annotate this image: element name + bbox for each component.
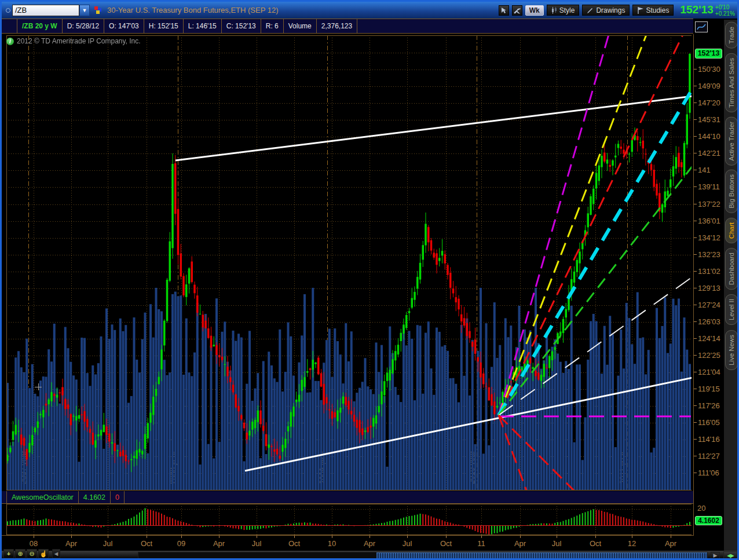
price-axis-label: 131'02 — [698, 267, 720, 276]
price-axis-label: 121'04 — [698, 368, 720, 376]
zoom-in-button[interactable]: ⊕ — [15, 549, 25, 558]
zoom-out-button[interactable]: ⊖ — [27, 549, 37, 558]
copyright-text: 2012 © TD Ameritrade IP Company, Inc. — [17, 37, 141, 45]
price-axis-label: 141 — [698, 166, 711, 174]
timeframe-wk-button[interactable]: Wk — [525, 5, 544, 16]
studies-button[interactable]: Studies — [632, 5, 674, 16]
time-axis-tick — [181, 536, 182, 538]
price-axis-label: 150'30 — [698, 65, 720, 74]
change-points: +0'10 — [715, 4, 735, 10]
price-axis-label: 137'22 — [698, 200, 720, 208]
hand-tool-button[interactable]: ☝ — [38, 549, 49, 558]
pointer-tool-button[interactable] — [499, 5, 509, 16]
side-tab-chart[interactable]: Chart — [725, 218, 738, 243]
flag-icon — [637, 7, 643, 14]
time-axis-tick — [557, 536, 557, 538]
time-axis-label: Oct — [586, 539, 605, 548]
time-axis-label: 12 — [622, 539, 642, 548]
oscillator-value-badge: 4.1602 — [695, 516, 722, 525]
price-axis[interactable]: 152'13 20 4.1602 150'30149'09147'20145'3… — [693, 34, 723, 536]
time-axis-tick — [71, 536, 72, 538]
side-tab-live-news[interactable]: Live News — [725, 330, 738, 370]
copyright-note: i 2012 © TD Ameritrade IP Company, Inc. — [6, 37, 141, 45]
main-chart-canvas[interactable] — [2, 34, 692, 491]
price-axis-label: 114'16 — [698, 435, 720, 444]
side-tab-level-ii[interactable]: Level II — [725, 294, 738, 325]
style-button[interactable]: Style — [547, 5, 580, 16]
data-cell: D: 5/28/12 — [62, 19, 104, 33]
price-axis-label: 127'24 — [698, 301, 720, 309]
change-percent: +0.21% — [715, 10, 735, 17]
expand-scrollbar-button[interactable]: ◀|▶ — [723, 551, 737, 560]
price-axis-label: 142'21 — [698, 149, 720, 158]
price-axis-label: 147'20 — [698, 98, 720, 107]
right-tab-strip: TradeTimes And SalesActive TraderBig But… — [724, 20, 739, 558]
oscillator-header-row: AwesomeOscillator 4.1602 0 — [2, 491, 693, 504]
data-cell: O: 147'03 — [104, 19, 144, 33]
scroll-right-button[interactable]: ▶ — [711, 552, 720, 559]
oscillator-axis-label: 20 — [697, 504, 705, 513]
chart-scale-settings-button[interactable] — [695, 21, 708, 32]
time-scrollbar-thumb[interactable] — [376, 552, 707, 559]
time-axis-tick — [257, 536, 257, 538]
scroll-left-button[interactable]: ◄ — [52, 549, 60, 558]
price-axis-label: 111'06 — [698, 469, 719, 477]
candlestick-icon — [551, 7, 557, 14]
time-axis-tick — [219, 536, 219, 538]
last-price: 152'13 — [680, 4, 713, 16]
symbol-link-ring-icon — [6, 8, 10, 13]
time-axis-label: 09 — [171, 539, 191, 548]
time-axis-tick — [332, 536, 332, 538]
symbol-box: ▼ — [12, 5, 90, 16]
symbol-timeframe-cell: /ZB 20 y W — [17, 19, 62, 33]
price-axis-label: 132'23 — [698, 250, 720, 259]
time-axis-label: Apr — [360, 539, 379, 548]
price-axis-label: 122'25 — [698, 351, 720, 360]
side-tab-dashboard[interactable]: Dashboard — [725, 248, 738, 290]
time-scrollbar-track[interactable] — [138, 552, 708, 559]
style-button-label: Style — [559, 6, 575, 14]
side-tab-trade[interactable]: Trade — [725, 22, 738, 49]
instrument-title: 30-Year U.S. Treasury Bond Futures,ETH (… — [107, 6, 279, 14]
price-axis-label: 144'10 — [698, 132, 720, 141]
side-tab-times-and-sales[interactable]: Times And Sales — [725, 53, 738, 112]
time-axis-label: Jul — [247, 539, 266, 548]
drawings-button-label: Drawings — [596, 6, 625, 14]
price-axis-label: 124'14 — [698, 334, 720, 343]
ohlc-data-row: /ZB 20 y W D: 5/28/12O: 147'03H: 152'15L… — [2, 19, 693, 34]
pan-mode-button[interactable]: + — [3, 549, 14, 558]
side-tab-active-trader[interactable]: Active Trader — [725, 117, 738, 166]
time-axis-label: Oct — [284, 539, 304, 548]
studies-button-label: Studies — [646, 6, 669, 14]
curve-icon — [697, 23, 706, 31]
data-cell: R: 6 — [261, 19, 283, 33]
time-axis-tick — [370, 536, 370, 538]
drawings-button[interactable]: Drawings — [582, 5, 630, 16]
oscillator-canvas[interactable] — [2, 504, 692, 535]
data-cell: L: 146'15 — [183, 19, 221, 33]
data-cell: H: 152'15 — [144, 19, 183, 33]
price-axis-label: 126'03 — [698, 317, 720, 326]
side-tab-big-buttons[interactable]: Big Buttons — [725, 170, 738, 213]
oscillator-name[interactable]: AwesomeOscillator — [6, 491, 78, 503]
time-axis-tick — [481, 536, 482, 538]
info-icon[interactable]: i — [6, 38, 14, 45]
time-axis-tick — [632, 536, 632, 538]
time-axis-label: Jul — [98, 539, 118, 548]
time-axis-tick — [520, 536, 521, 538]
oscillator-zero-value: 0 — [110, 491, 125, 503]
time-axis-tick — [34, 536, 34, 538]
top-toolbar: ▼ 30-Year U.S. Treasury Bond Futures,ETH… — [2, 2, 737, 19]
symbol-dropdown-button[interactable]: ▼ — [79, 5, 90, 16]
time-axis-label: Apr — [510, 539, 530, 548]
current-price-badge: 152'13 — [695, 49, 722, 58]
tools-button[interactable] — [512, 5, 522, 16]
wrench-icon — [514, 7, 521, 14]
price-axis-label: 149'09 — [698, 82, 720, 90]
time-axis-label: Apr — [61, 539, 81, 548]
price-axis-label: 136'01 — [698, 217, 720, 225]
time-axis[interactable]: 08AprJulOct09AprJulOct10AprJulOct11AprJu… — [2, 535, 693, 551]
link-color-squares-icon[interactable] — [94, 6, 103, 14]
symbol-input[interactable] — [12, 5, 79, 16]
time-axis-label: Jul — [547, 539, 566, 548]
